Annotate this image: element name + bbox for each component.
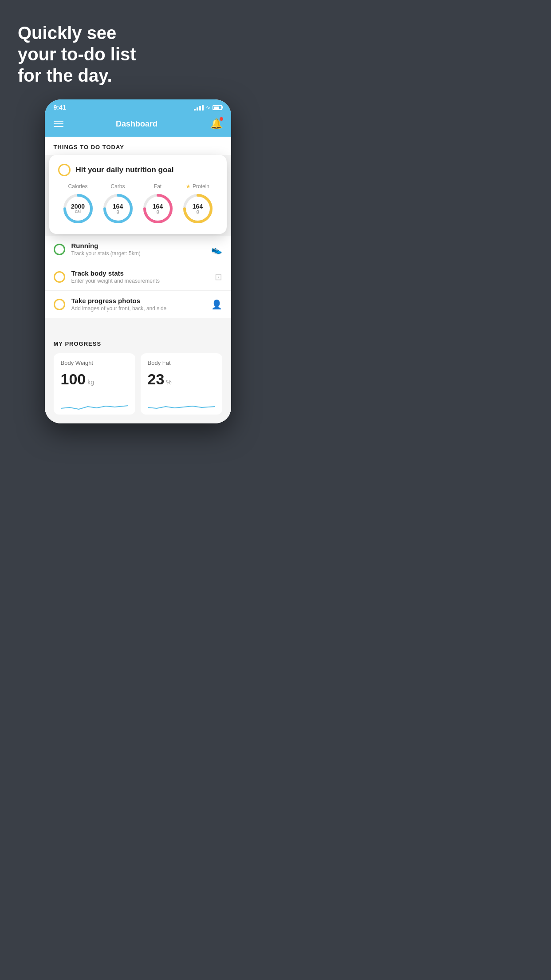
signal-bars-icon <box>194 105 204 111</box>
protein-label: ★ Protein <box>186 183 209 190</box>
progress-cards: Body Weight 100 kg Body Fat 23 <box>54 353 222 415</box>
carbs-value: 164 <box>113 203 123 209</box>
fat-label: Fat <box>154 183 161 190</box>
body-weight-value: 100 <box>61 371 86 388</box>
menu-button[interactable] <box>54 121 63 127</box>
body-fat-card[interactable]: Body Fat 23 % <box>141 353 222 415</box>
status-time: 9:41 <box>54 104 66 111</box>
status-bar: 9:41 ∿ <box>45 99 231 114</box>
nutrition-stats: Calories 2000 cal <box>58 183 218 225</box>
body-fat-sparkline <box>148 395 215 413</box>
nutrition-title: Hit your daily nutrition goal <box>76 166 174 174</box>
nutrition-card-header: Hit your daily nutrition goal <box>58 164 218 176</box>
todo-running-name: Running <box>71 242 205 249</box>
body-weight-value-row: 100 kg <box>61 371 128 388</box>
calories-unit: cal <box>71 209 85 214</box>
todo-body-stats[interactable]: Track body stats Enter your weight and m… <box>45 263 231 291</box>
todo-running-sub: Track your stats (target: 5km) <box>71 250 205 257</box>
battery-icon <box>213 105 222 110</box>
body-fat-value-row: 23 % <box>148 371 215 388</box>
scale-icon: ⊡ <box>215 272 222 282</box>
star-icon: ★ <box>186 183 191 190</box>
stat-carbs: Carbs 164 g <box>102 183 134 225</box>
nutrition-card[interactable]: Hit your daily nutrition goal Calories <box>49 155 227 234</box>
carbs-unit: g <box>113 209 123 214</box>
todo-body-stats-sub: Enter your weight and measurements <box>71 278 209 284</box>
page-wrapper: Quickly see your to-do list for the day.… <box>0 0 276 490</box>
notification-dot <box>220 117 223 121</box>
todo-photos-sub: Add images of your front, back, and side <box>71 305 205 312</box>
things-title: THINGS TO DO TODAY <box>54 144 222 150</box>
fat-circle: 164 g <box>142 192 174 225</box>
hero-title: Quickly see your to-do list for the day. <box>18 22 258 86</box>
protein-circle: 164 g <box>181 192 214 225</box>
body-fat-value: 23 <box>148 371 165 388</box>
todo-running-text: Running Track your stats (target: 5km) <box>71 242 205 257</box>
todo-photos-text: Take progress photos Add images of your … <box>71 297 205 312</box>
todo-photos-circle <box>54 299 65 310</box>
todo-running-circle <box>54 244 65 255</box>
body-weight-title: Body Weight <box>61 360 128 366</box>
header-title: Dashboard <box>116 119 157 129</box>
carbs-label: Carbs <box>110 183 125 190</box>
fat-value: 164 <box>153 203 163 209</box>
todo-body-stats-name: Track body stats <box>71 269 209 277</box>
app-content: THINGS TO DO TODAY Hit your daily nutrit… <box>45 137 231 423</box>
carbs-circle: 164 g <box>102 192 134 225</box>
stat-calories: Calories 2000 cal <box>62 183 94 225</box>
progress-section: MY PROGRESS Body Weight 100 kg <box>45 332 231 423</box>
todo-running[interactable]: Running Track your stats (target: 5km) 👟 <box>45 236 231 263</box>
things-section-header: THINGS TO DO TODAY <box>45 137 231 155</box>
protein-unit: g <box>193 209 203 214</box>
todo-body-stats-text: Track body stats Enter your weight and m… <box>71 269 209 284</box>
calories-label: Calories <box>68 183 87 190</box>
stat-protein: ★ Protein 164 g <box>181 183 214 225</box>
nutrition-check-circle <box>58 164 71 176</box>
running-icon: 👟 <box>211 244 222 255</box>
calories-value: 2000 <box>71 203 85 209</box>
protein-value: 164 <box>193 203 203 209</box>
todo-list: Running Track your stats (target: 5km) 👟… <box>45 236 231 318</box>
body-fat-title: Body Fat <box>148 360 215 366</box>
body-weight-unit: kg <box>87 379 94 386</box>
phone-mockup: 9:41 ∿ Dashboard 🔔 <box>45 99 231 423</box>
person-icon: 👤 <box>211 299 222 310</box>
todo-photos-name: Take progress photos <box>71 297 205 304</box>
wifi-icon: ∿ <box>206 104 210 111</box>
todo-photos[interactable]: Take progress photos Add images of your … <box>45 291 231 318</box>
progress-title: MY PROGRESS <box>54 340 222 347</box>
body-fat-unit: % <box>166 379 171 386</box>
status-icons: ∿ <box>194 104 222 111</box>
fat-unit: g <box>153 209 163 214</box>
todo-body-stats-circle <box>54 271 65 283</box>
body-weight-card[interactable]: Body Weight 100 kg <box>54 353 135 415</box>
hero-section: Quickly see your to-do list for the day. <box>0 0 276 99</box>
body-weight-sparkline <box>61 395 128 413</box>
app-header: Dashboard 🔔 <box>45 114 231 137</box>
calories-circle: 2000 cal <box>62 192 94 225</box>
notification-button[interactable]: 🔔 <box>210 118 222 130</box>
stat-fat: Fat 164 g <box>142 183 174 225</box>
